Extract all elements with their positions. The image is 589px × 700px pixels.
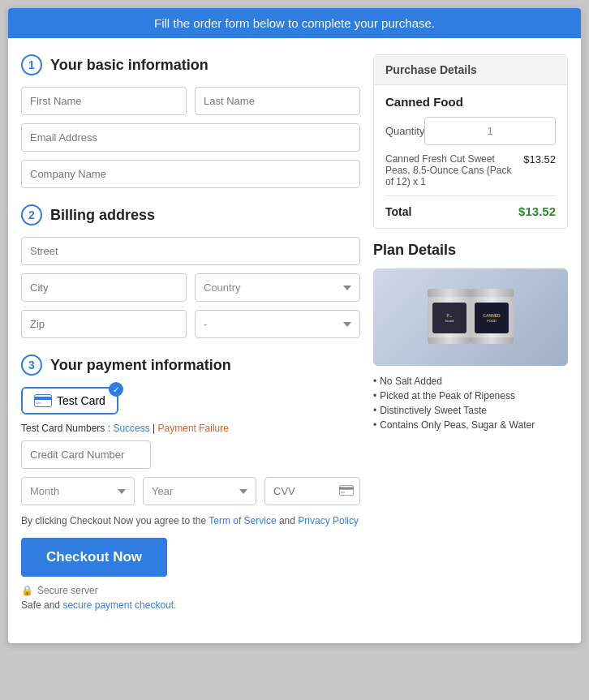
plan-details: Plan Details P... brand [373, 242, 568, 431]
test-card-option[interactable]: Test Card ✓ [21, 387, 118, 414]
year-select[interactable]: Year 202420252026 20272028 [143, 477, 256, 505]
quantity-row: Quantity [385, 117, 556, 145]
country-select[interactable]: Country United States United Kingdom Can… [195, 273, 360, 302]
secure-payment-link[interactable]: secure payment checkout. [62, 599, 176, 611]
purchase-details-body: Canned Food Quantity Canned Fresh Cut Sw… [374, 85, 567, 228]
product-title: Canned Food [385, 95, 556, 109]
credit-card-input[interactable] [21, 440, 151, 469]
company-row [21, 160, 360, 188]
section1-title: Your basic information [50, 57, 209, 74]
email-input[interactable] [21, 123, 360, 152]
billing-section: 2 Billing address Country United [21, 204, 360, 338]
section3-heading: 3 Your payment information [21, 354, 360, 376]
terms-link[interactable]: Term of Service [209, 515, 276, 526]
total-amount: $13.52 [518, 204, 556, 218]
terms-before: By clicking Checkout Now you agree to th… [21, 515, 209, 526]
street-input[interactable] [21, 237, 360, 265]
section3-title: Your payment information [50, 357, 231, 374]
can-label-sub: brand [445, 319, 454, 323]
first-name-input[interactable] [21, 87, 187, 115]
can-container: P... brand CANNED FOOD [425, 289, 516, 346]
banner-text: Fill the order form below to complete yo… [154, 16, 435, 30]
test-card-info: Test Card Numbers : Success | Payment Fa… [21, 423, 360, 434]
zip-input[interactable] [21, 310, 187, 338]
company-input[interactable] [21, 160, 360, 188]
plan-feature-item: Distinctively Sweet Taste [373, 405, 568, 416]
page-wrapper: Fill the order form below to complete yo… [8, 8, 581, 643]
privacy-link[interactable]: Privacy Policy [298, 515, 359, 526]
lock-icon: 🔒 [21, 585, 33, 596]
plan-features: No Salt AddedPicked at the Peak of Ripen… [373, 376, 568, 431]
plan-feature-item: Contains Only Peas, Sugar & Water [373, 419, 568, 431]
secure-server-label: Secure server [37, 585, 98, 596]
section3-number: 3 [21, 354, 42, 376]
payment-section: 3 Your payment information Test Card ✓ [21, 354, 360, 611]
purchase-details-header: Purchase Details [374, 55, 567, 85]
secure-payment-text: Safe and secure payment checkout. [21, 599, 360, 611]
can-1: P... brand [425, 289, 474, 346]
cc-number-row [21, 440, 360, 469]
purchase-details-box: Purchase Details Canned Food Quantity Ca… [373, 54, 568, 229]
svg-rect-1 [34, 397, 52, 400]
svg-rect-0 [35, 395, 52, 407]
street-row [21, 237, 360, 265]
name-row [21, 87, 360, 115]
section2-number: 2 [21, 204, 42, 225]
card-selector: Test Card ✓ [21, 387, 360, 414]
success-link[interactable]: Success [113, 423, 149, 434]
email-row [21, 123, 360, 152]
plan-feature-item: No Salt Added [373, 376, 568, 387]
right-column: Purchase Details Canned Food Quantity Ca… [373, 54, 568, 627]
city-country-row: Country United States United Kingdom Can… [21, 273, 360, 302]
section1-heading: 1 Your basic information [21, 54, 360, 75]
svg-rect-3 [339, 485, 353, 495]
can-2: CANNED FOOD [467, 289, 516, 346]
quantity-input[interactable] [424, 117, 556, 145]
zip-state-row: - [21, 310, 360, 338]
selected-check: ✓ [109, 382, 123, 397]
checkout-button[interactable]: Checkout Now [21, 538, 167, 577]
basic-info-section: 1 Your basic information [21, 54, 360, 188]
product-price: $13.52 [523, 153, 556, 165]
total-row: Total $13.52 [385, 204, 556, 218]
main-content: 1 Your basic information [8, 38, 581, 643]
credit-card-icon [34, 394, 52, 407]
left-column: 1 Your basic information [21, 54, 360, 627]
product-line: Canned Fresh Cut Sweet Peas, 8.5-Ounce C… [385, 153, 556, 196]
quantity-label: Quantity [385, 125, 424, 137]
card-label: Test Card [57, 394, 105, 407]
month-select[interactable]: Month 01020304 05060708 09101112 [21, 477, 135, 505]
plan-feature-item: Picked at the Peak of Ripeness [373, 390, 568, 402]
failure-link[interactable]: Payment Failure [158, 423, 229, 434]
section2-title: Billing address [50, 207, 155, 224]
cvv-wrapper [264, 477, 360, 505]
total-label: Total [385, 205, 411, 218]
expiry-cvv-row: Month 01020304 05060708 09101112 Year 20… [21, 477, 360, 505]
secure-payment-prefix: Safe and [21, 599, 62, 611]
plan-details-title: Plan Details [373, 242, 568, 259]
svg-rect-5 [341, 492, 346, 493]
plan-image: P... brand CANNED FOOD [373, 268, 568, 366]
svg-rect-2 [36, 402, 41, 404]
section2-heading: 2 Billing address [21, 204, 360, 225]
last-name-input[interactable] [195, 87, 360, 115]
section1-number: 1 [21, 54, 42, 75]
city-input[interactable] [21, 273, 187, 302]
product-desc: Canned Fresh Cut Sweet Peas, 8.5-Ounce C… [385, 153, 517, 187]
top-banner: Fill the order form below to complete yo… [8, 8, 581, 38]
svg-rect-4 [339, 487, 354, 489]
cvv-card-icon [339, 484, 354, 499]
test-card-label: Test Card Numbers : [21, 423, 110, 434]
can-2-label-sub: FOOD [487, 319, 497, 323]
state-select[interactable]: - [195, 310, 360, 338]
terms-text: By clicking Checkout Now you agree to th… [21, 515, 360, 526]
terms-and: and [279, 515, 298, 526]
secure-server-row: 🔒 Secure server [21, 585, 360, 596]
